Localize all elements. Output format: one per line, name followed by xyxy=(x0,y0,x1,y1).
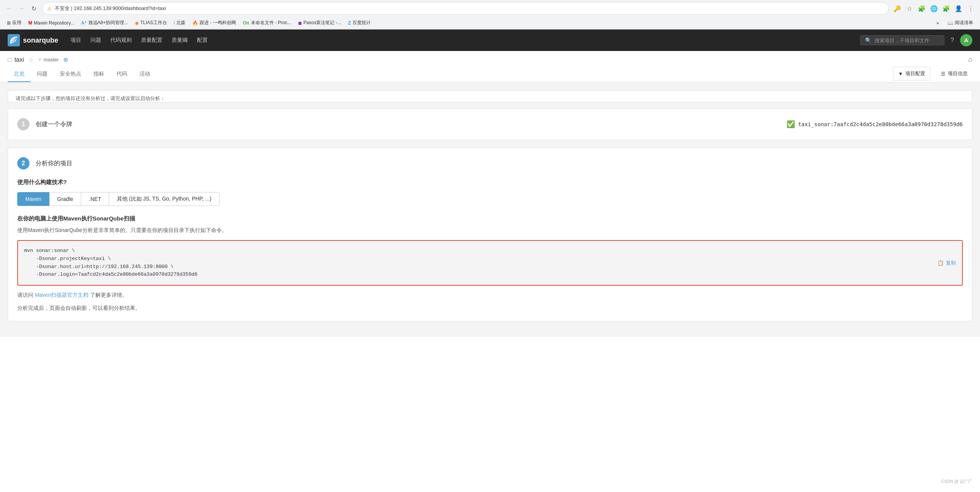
help-icon[interactable]: ? xyxy=(951,37,954,44)
translate-icon[interactable]: 🌐 xyxy=(929,3,939,14)
nav-rules[interactable]: 代码规则 xyxy=(110,35,132,45)
bookmark-paxos[interactable]: ◼ Paxos算法笔记 -... xyxy=(295,18,344,28)
step2-content: 使用什么构建技术? Maven Gradle .NET 其他 (比如 JS, T… xyxy=(17,179,963,312)
bookmarks-bar: ⊞ 应用 M Maven Repository... A⁺ 致远A8+协同管理.… xyxy=(0,17,980,29)
project-info-button[interactable]: ☰ 项目信息 xyxy=(936,67,972,80)
reading-list[interactable]: 📖 阅读清单 xyxy=(944,18,976,28)
maven-section-title: 在你的电脑上使用Maven执行SonarQube扫描 xyxy=(17,215,963,222)
step1-token-text: taxi_sonar:7aafcd2c4da5c2e80bde66a3a0970… xyxy=(798,121,963,127)
address-bar[interactable]: ⚠ 不安全 | 192.168.245.139:9000/dashboard?i… xyxy=(42,2,889,15)
tech-dotnet-button[interactable]: .NET xyxy=(81,192,109,206)
apps-icon: ⊞ xyxy=(7,20,11,26)
step2-header: 2 分析你的项目 xyxy=(17,157,963,169)
sonarqube-logo[interactable]: sonarqube xyxy=(8,34,58,46)
copy-icon: 📋 xyxy=(937,260,944,266)
profile-icon[interactable]: 👤 xyxy=(953,3,964,14)
add-branch-button[interactable]: ⊕ xyxy=(63,56,68,63)
analysis-note: 分析完成后，页面会自动刷新，可以看到分析结果。 xyxy=(17,305,963,312)
browser-actions: 🔑 ☆ 🧩 🌐 🧩 👤 ⋮ xyxy=(892,3,976,14)
step1-title: 创建一个令牌 xyxy=(36,120,72,128)
back-button[interactable]: ← xyxy=(4,3,15,14)
bookmark-beisen-label: 北森 xyxy=(176,20,185,26)
paxos-icon: ◼ xyxy=(298,20,302,26)
bookmark-genjin-label: 跟进 - 一鸣科创网 xyxy=(200,20,236,26)
genjin-icon: 🔥 xyxy=(192,20,198,26)
step1-header: 1 创建一个令牌 ✅ taxi_sonar:7aafcd2c4da5c2e80b… xyxy=(17,118,963,130)
browser-chrome: ← → ↻ ⚠ 不安全 | 192.168.245.139:9000/dashb… xyxy=(0,0,980,30)
tab-issues[interactable]: 问题 xyxy=(31,67,54,82)
bookmark-more[interactable]: » xyxy=(933,19,942,27)
command-code: mvn sonar:sonar \ -Dsonar.projectKey=tax… xyxy=(24,247,956,279)
menu-icon[interactable]: ⋮ xyxy=(965,3,976,14)
bookmark-beisen[interactable]: i 北森 xyxy=(171,18,189,28)
project-settings-button[interactable]: ▼ 项目配置 xyxy=(893,67,930,81)
bookmark-zhiyuan-label: 致远A8+协同管理... xyxy=(88,20,128,26)
list-icon: ☰ xyxy=(941,71,946,77)
step2-card: 2 分析你的项目 使用什么构建技术? Maven Gradle .NET 其他 … xyxy=(8,148,972,321)
branch-info: ⑂ master xyxy=(38,57,59,63)
branch-icon: ⑂ xyxy=(38,57,41,63)
nav-quality-gates[interactable]: 质量阈 xyxy=(172,35,188,45)
settings-icon: ▼ xyxy=(898,71,903,77)
avatar[interactable]: A xyxy=(960,34,972,46)
tech-gradle-button[interactable]: Gradle xyxy=(49,192,81,206)
main-content: 请完成以下步骤，您的项目还没有分析过，请完成设置以启动分析： 1 创建一个令牌 … xyxy=(0,82,980,337)
browser-toolbar: ← → ↻ ⚠ 不安全 | 192.168.245.139:9000/dashb… xyxy=(0,0,980,17)
logo-text: sonarqube xyxy=(23,36,58,44)
tab-activity[interactable]: 活动 xyxy=(133,67,156,82)
project-info-label: 项目信息 xyxy=(948,70,968,77)
bookmark-tlias-label: TLIAS工作台 xyxy=(140,20,167,26)
bookmark-genjin[interactable]: 🔥 跟进 - 一鸣科创网 xyxy=(189,18,239,28)
refresh-button[interactable]: ↻ xyxy=(28,3,39,14)
puzzle-icon[interactable]: 🧩 xyxy=(941,3,952,14)
baidu-icon: Z xyxy=(348,20,351,26)
project-star-icon[interactable]: ☆ xyxy=(29,57,34,63)
bookmark-proc-label: 未命名文件 - Proc... xyxy=(251,20,291,26)
step1-ok-icon: ✅ xyxy=(787,120,795,128)
header-right: 🔍 ? A xyxy=(860,34,972,46)
bookmark-apps[interactable]: ⊞ 应用 xyxy=(4,18,25,28)
bookmark-baidu[interactable]: Z 百度统计 xyxy=(345,18,374,28)
tab-overview[interactable]: 总览 xyxy=(8,67,31,82)
step2-number: 2 xyxy=(17,157,29,169)
search-box[interactable]: 🔍 xyxy=(860,35,944,45)
home-icon[interactable]: ⌂ xyxy=(968,56,972,64)
bookmark-zhiyuan[interactable]: A⁺ 致远A8+协同管理... xyxy=(78,18,131,28)
extensions-icon[interactable]: 🧩 xyxy=(916,3,927,14)
tlias-icon: ◉ xyxy=(135,20,139,26)
tech-maven-button[interactable]: Maven xyxy=(17,192,49,206)
tech-other-button[interactable]: 其他 (比如 JS, TS, Go, Python, PHP, ...) xyxy=(109,192,220,206)
search-icon: 🔍 xyxy=(865,37,872,43)
bookmark-tlias[interactable]: ◉ TLIAS工作台 xyxy=(132,18,170,28)
nav-config[interactable]: 配置 xyxy=(197,35,208,45)
branch-name: master xyxy=(44,57,59,63)
project-icon: □ xyxy=(8,56,11,63)
nav-issues[interactable]: 问题 xyxy=(90,35,101,45)
bookmark-apps-label: 应用 xyxy=(12,20,21,26)
search-input[interactable] xyxy=(875,38,939,43)
step1-number: 1 xyxy=(17,118,29,130)
copy-button[interactable]: 📋 复制 xyxy=(937,260,956,267)
beisen-icon: i xyxy=(174,20,175,26)
key-icon[interactable]: 🔑 xyxy=(892,3,903,14)
project-tabs: 总览 问题 安全热点 指标 代码 活动 xyxy=(8,67,156,82)
nav-quality-profiles[interactable]: 质量配置 xyxy=(141,35,162,45)
tech-buttons: Maven Gradle .NET 其他 (比如 JS, TS, Go, Pyt… xyxy=(17,192,963,206)
maven-docs-anchor[interactable]: Maven扫描器官方文档 xyxy=(35,292,88,298)
app-header: sonarqube 项目 问题 代码规则 质量配置 质量阈 配置 🔍 ? A xyxy=(0,30,980,51)
forward-button[interactable]: → xyxy=(16,3,27,14)
star-bookmark-icon[interactable]: ☆ xyxy=(904,3,915,14)
bookmark-proc[interactable]: On 未命名文件 - Proc... xyxy=(240,18,294,28)
step1-status: ✅ taxi_sonar:7aafcd2c4da5c2e80bde66a3a09… xyxy=(787,120,963,128)
tab-security-hotspots[interactable]: 安全热点 xyxy=(54,67,87,82)
maven-docs-link: 请访问 Maven扫描器官方文档 了解更多详情。 xyxy=(17,292,963,299)
bookmark-maven-label: Maven Repository... xyxy=(34,20,74,26)
project-name: □ taxi xyxy=(8,56,24,63)
step2-title: 分析你的项目 xyxy=(36,160,72,168)
bookmark-maven[interactable]: M Maven Repository... xyxy=(25,19,77,27)
tab-metrics[interactable]: 指标 xyxy=(87,67,110,82)
tab-code[interactable]: 代码 xyxy=(110,67,133,82)
project-tabs-row: 总览 问题 安全热点 指标 代码 活动 ▼ 项目配置 ☰ 项目信息 xyxy=(8,67,972,82)
nav-projects[interactable]: 项目 xyxy=(70,35,81,45)
project-nav: □ taxi ☆ ⑂ master ⊕ ⌂ 总览 问题 安全热点 指标 代码 活… xyxy=(0,51,980,82)
